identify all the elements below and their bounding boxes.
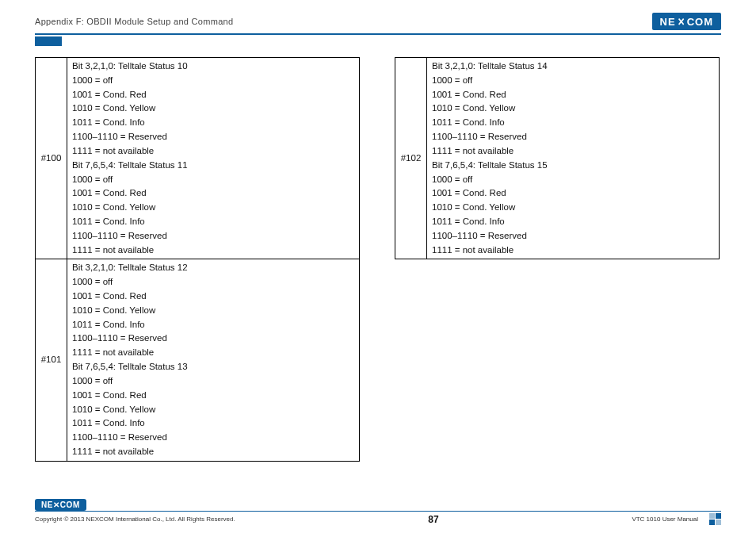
footer-dots-icon	[709, 513, 721, 525]
content-line: 1100–1110 = Reserved	[72, 332, 354, 346]
content-line: 1011 = Cond. Info	[432, 215, 714, 229]
content-line: 1011 = Cond. Info	[72, 116, 354, 130]
content-line: 1001 = Cond. Red	[72, 290, 354, 304]
content-line: 1100–1110 = Reserved	[72, 130, 354, 144]
right-table: #102Bit 3,2,1,0: Telltale Status 141000 …	[395, 57, 720, 259]
content-line: 1000 = off	[432, 74, 714, 88]
content-line: 1001 = Cond. Red	[72, 389, 354, 403]
content-line: 1011 = Cond. Info	[72, 416, 354, 431]
content-line: Bit 3,2,1,0: Telltale Status 12	[72, 261, 354, 275]
content-line: 1000 = off	[432, 173, 714, 187]
content-line: 1010 = Cond. Yellow	[72, 304, 354, 318]
manual-name: VTC 1010 User Manual	[632, 516, 698, 523]
content-line: 1011 = Cond. Info	[72, 215, 354, 229]
content-line: 1010 = Cond. Yellow	[72, 403, 354, 417]
content-line: Bit 7,6,5,4: Telltale Status 15	[432, 159, 714, 173]
content-line: 1001 = Cond. Red	[72, 186, 354, 201]
left-table: #100Bit 3,2,1,0: Telltale Status 101000 …	[35, 57, 360, 462]
content-line: 1111 = not available	[72, 243, 354, 258]
brand-logo: NE✕COM	[652, 13, 721, 30]
content-line: 1100–1110 = Reserved	[72, 229, 354, 243]
content-line: 1010 = Cond. Yellow	[432, 102, 714, 116]
content-line: 1000 = off	[72, 173, 354, 187]
page-number: 87	[428, 514, 438, 525]
content-line: Bit 7,6,5,4: Telltale Status 13	[72, 360, 354, 374]
row-content: Bit 3,2,1,0: Telltale Status 141000 = of…	[427, 58, 720, 259]
content-line: 1100–1110 = Reserved	[432, 130, 714, 144]
content-line: 1011 = Cond. Info	[72, 318, 354, 332]
footer-brand-logo: NE✕COM	[35, 499, 86, 511]
content-line: 1001 = Cond. Red	[432, 88, 714, 102]
content-line: 1100–1110 = Reserved	[432, 229, 714, 243]
content-line: Bit 7,6,5,4: Telltale Status 11	[72, 159, 354, 173]
logo-ne: NE✕COM	[660, 16, 713, 28]
copyright-text: Copyright © 2013 NEXCOM International Co…	[35, 516, 235, 523]
content-line: 1100–1110 = Reserved	[72, 431, 354, 445]
content-line: Bit 3,2,1,0: Telltale Status 10	[72, 59, 354, 74]
content-line: 1001 = Cond. Red	[72, 88, 354, 102]
row-index: #102	[395, 58, 427, 259]
header-rule	[35, 33, 721, 35]
content-line: 1111 = not available	[72, 445, 354, 459]
row-index: #101	[36, 259, 67, 461]
content-line: 1000 = off	[72, 74, 354, 88]
content-line: 1010 = Cond. Yellow	[432, 201, 714, 215]
content-line: 1010 = Cond. Yellow	[72, 201, 354, 215]
content-line: 1111 = not available	[72, 346, 354, 360]
content-line: 1111 = not available	[432, 243, 714, 258]
row-content: Bit 3,2,1,0: Telltale Status 101000 = of…	[67, 58, 360, 259]
content-line: 1111 = not available	[72, 144, 354, 159]
content-line: 1010 = Cond. Yellow	[72, 102, 354, 116]
header-title: Appendix F: OBDII Module Setup and Comma…	[35, 17, 233, 26]
content-line: 1011 = Cond. Info	[432, 116, 714, 130]
row-index: #100	[36, 58, 67, 259]
content-line: Bit 3,2,1,0: Telltale Status 14	[432, 59, 714, 74]
content-line: 1001 = Cond. Red	[432, 186, 714, 201]
footer-rule	[35, 511, 721, 512]
content-line: 1000 = off	[72, 374, 354, 389]
content-line: 1111 = not available	[432, 144, 714, 159]
content-line: 1000 = off	[72, 275, 354, 290]
header-tab-accent	[35, 36, 62, 46]
row-content: Bit 3,2,1,0: Telltale Status 121000 = of…	[67, 259, 360, 461]
